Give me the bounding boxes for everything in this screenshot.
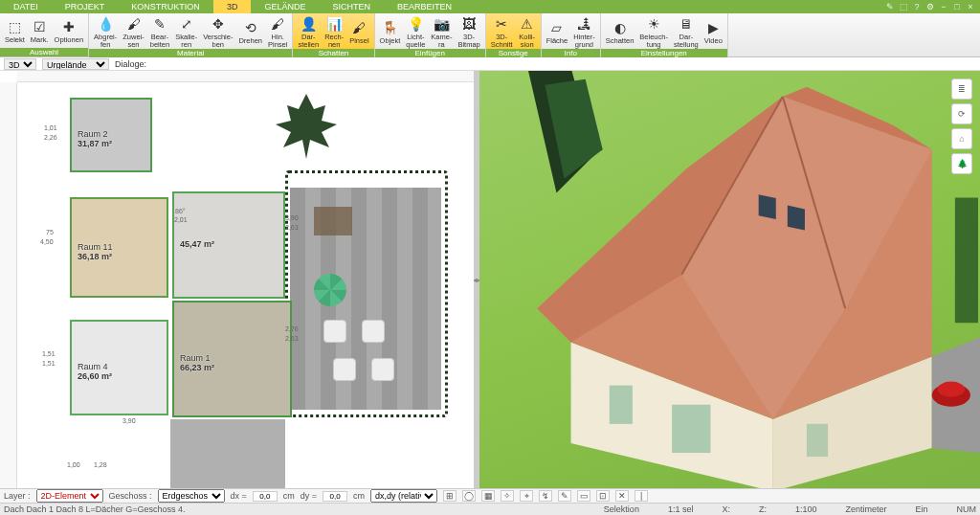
status-segment: Z: — [759, 504, 767, 514]
ribbon-group-einfügen: 🪑Objekt💡Licht-quelle📷Kame-ra🖼3D-BitmapEi… — [375, 13, 486, 56]
ribbon: ⬚Selekt☑Mark.✚OptionenAuswahl💧Abgrei-fen… — [0, 13, 980, 57]
ribbon-options[interactable]: ✚Optionen — [52, 14, 86, 48]
status-segment: 1:1 sel — [668, 504, 694, 514]
tool-btn-9[interactable]: ⊡ — [596, 490, 610, 502]
icon-c[interactable]: ? — [911, 1, 923, 12]
video-icon: ▶ — [704, 19, 722, 36]
ribbon-rechnen[interactable]: 📊Rech-nen — [322, 14, 346, 49]
top-menubar: DATEIPROJEKTKONSTRUKTION3DGELÄNDESICHTEN… — [0, 0, 980, 13]
zuweisen-icon: 🖌 — [125, 15, 143, 33]
ribbon-select[interactable]: ⬚Selekt — [2, 14, 28, 48]
menu-tab-gelände[interactable]: GELÄNDE — [251, 0, 319, 13]
dx-input[interactable] — [253, 491, 278, 502]
terrain-select[interactable]: Urgelände — [42, 58, 109, 70]
3d-viewport[interactable]: ≣ ⟳ ⌂ 🌲 — [479, 71, 980, 488]
tool-btn-2[interactable]: ◯ — [462, 490, 476, 502]
ribbon-flaeche[interactable]: ▱Fläche — [544, 14, 571, 49]
menu-tab-projekt[interactable]: PROJEKT — [52, 0, 119, 13]
ribbon-verschieben[interactable]: ✥Verschie-ben — [200, 14, 235, 49]
ribbon-3d-bitmap[interactable]: 🖼3D-Bitmap — [455, 14, 482, 49]
ribbon-3d-schnitt[interactable]: ✂3D-Schnitt — [488, 14, 516, 49]
ribbon-label: Kolli-sion — [519, 34, 535, 48]
tool-btn-1[interactable]: ⊞ — [443, 490, 457, 502]
mode-select[interactable]: dx,dy (relativ ka — [370, 489, 437, 503]
ribbon-darstellen[interactable]: 👤Dar-stellen — [295, 14, 322, 49]
select-icon: ⬚ — [6, 18, 23, 35]
ribbon-group-auswahl: ⬚Selekt☑Mark.✚OptionenAuswahl — [0, 13, 89, 56]
maximize-icon[interactable]: □ — [951, 1, 963, 12]
ribbon-bearbeiten[interactable]: ✎Bear-beiten — [147, 14, 172, 49]
tree-2d — [263, 90, 349, 167]
menu-tab-sichten[interactable]: SICHTEN — [319, 0, 384, 13]
orbit-icon[interactable]: ⟳ — [951, 103, 972, 124]
2d-viewport[interactable]: Raum 231,87 m²Raum 1136,18 m²45,47 m²Rau… — [0, 71, 474, 488]
ribbon-schatten2[interactable]: ◐Schatten — [603, 14, 637, 49]
tool-btn-8[interactable]: ▭ — [577, 490, 590, 502]
ribbon-objekt[interactable]: 🪑Objekt — [377, 14, 404, 49]
floor-plan[interactable]: Raum 231,87 m²Raum 1136,18 m²45,47 m²Rau… — [17, 82, 474, 488]
tree-icon[interactable]: 🌲 — [951, 153, 972, 174]
kollision-icon: ⚠ — [519, 15, 536, 33]
svg-point-21 — [938, 382, 965, 397]
ribbon-beleuchtung[interactable]: ☀Beleuch-tung — [636, 14, 671, 49]
icon-a[interactable]: ✎ — [884, 1, 896, 12]
tool-btn-11[interactable]: | — [635, 490, 648, 502]
room-label: 45,47 m² — [180, 239, 214, 249]
icon-b[interactable]: ⬚ — [898, 1, 909, 12]
dimension-label: 3,90 — [285, 214, 299, 221]
ribbon-skalieren[interactable]: ⤢Skalie-ren — [172, 14, 200, 49]
layer-select[interactable]: 2D-Element — [36, 489, 103, 503]
dimension-label: 1,01 — [44, 124, 57, 131]
view-select[interactable]: 3D — [4, 58, 36, 70]
dimension-label: 1,00 — [67, 461, 80, 468]
menu-tab-konstruktion[interactable]: KONSTRUKTION — [118, 0, 213, 13]
menu-tab-datei[interactable]: DATEI — [0, 0, 52, 13]
svg-rect-18 — [788, 206, 805, 231]
ribbon-video[interactable]: ▶Video — [702, 14, 725, 49]
room[interactable]: Raum 1136,18 m² — [70, 197, 168, 298]
ribbon-kamera[interactable]: 📷Kame-ra — [428, 14, 455, 49]
beleuchtung-icon: ☀ — [645, 15, 662, 33]
dimension-label: 2,63 — [285, 224, 299, 231]
tool-btn-4[interactable]: ✧ — [501, 490, 514, 502]
ribbon-drehen[interactable]: ⟲Drehen — [235, 14, 265, 49]
ribbon-darstellung[interactable]: 🖥Dar-stellung — [671, 14, 702, 49]
ribbon-pinsel[interactable]: 🖌Pinsel — [346, 14, 371, 49]
tool-btn-5[interactable]: ⌖ — [520, 490, 533, 502]
abgreifen-icon: 💧 — [97, 15, 114, 33]
sub-toolbar: 3D Urgelände Dialoge: — [0, 57, 980, 71]
ribbon-label: Pinsel — [349, 37, 368, 45]
home-icon[interactable]: ⌂ — [951, 128, 972, 149]
icon-d[interactable]: ⚙ — [924, 1, 936, 12]
3d-tool-column: ≣ ⟳ ⌂ 🌲 — [951, 78, 972, 174]
menu-tab-3d[interactable]: 3D — [213, 0, 252, 13]
room[interactable]: Raum 231,87 m² — [70, 98, 152, 172]
room[interactable]: Raum 426,60 m² — [70, 320, 168, 415]
group-label: Auswahl — [0, 48, 88, 56]
geschoss-select[interactable]: Erdgeschos — [158, 489, 225, 503]
ribbon-zuweisen[interactable]: 🖌Zuwei-sen — [120, 14, 147, 49]
minimize-icon[interactable]: − — [938, 1, 949, 12]
ribbon-lichtquelle[interactable]: 💡Licht-quelle — [403, 14, 428, 49]
dy-input[interactable] — [323, 491, 347, 502]
close-icon[interactable]: × — [965, 1, 976, 12]
layers-icon[interactable]: ≣ — [951, 78, 972, 100]
ribbon-kollision[interactable]: ⚠Kolli-sion — [516, 14, 539, 49]
tool-btn-3[interactable]: ▦ — [481, 490, 495, 502]
ribbon-hintergrund[interactable]: 🏞Hinter-grund — [570, 14, 598, 49]
ribbon-mark[interactable]: ☑Mark. — [28, 14, 52, 48]
dimension-label: 4,50 — [40, 238, 54, 245]
tool-btn-10[interactable]: ✕ — [615, 490, 629, 502]
ribbon-abgreifen[interactable]: 💧Abgrei-fen — [91, 14, 120, 49]
ribbon-label: Hin.Pinsel — [268, 34, 287, 48]
room[interactable]: 45,47 m² — [172, 191, 285, 299]
rechnen-icon: 📊 — [325, 15, 343, 33]
status-segment: Ein — [915, 504, 927, 514]
tool-btn-7[interactable]: ✎ — [558, 490, 571, 502]
room[interactable]: Raum 166,23 m² — [172, 301, 292, 417]
dimension-label: 2,63 — [285, 335, 299, 342]
menu-tab-bearbeiten[interactable]: BEARBEITEN — [384, 0, 465, 13]
tool-btn-6[interactable]: ↯ — [539, 490, 552, 502]
ribbon-hintergrund-pinsel[interactable]: 🖌Hin.Pinsel — [265, 14, 290, 49]
skalieren-icon: ⤢ — [178, 15, 195, 33]
